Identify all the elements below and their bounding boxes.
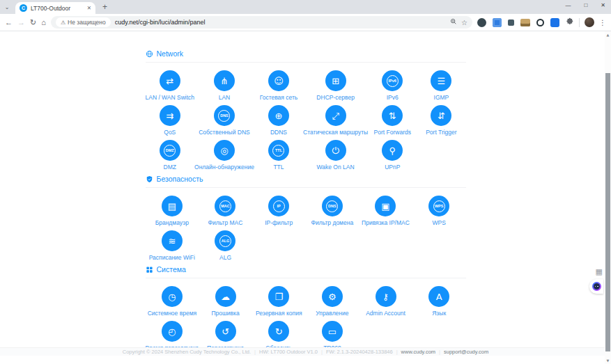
extension-icon-2[interactable] bbox=[493, 18, 502, 27]
scroll-down-button[interactable]: ▼ bbox=[605, 358, 611, 363]
panel-item-alg[interactable]: ALGALG bbox=[199, 230, 252, 261]
upnp-icon: ⚲ bbox=[382, 140, 403, 161]
icon-badge-text: TTL bbox=[272, 145, 284, 157]
panel-item-guest-network[interactable]: ☺Гостевая сеть bbox=[254, 70, 303, 101]
maximize-button[interactable]: □ bbox=[584, 2, 587, 8]
panel-item-ipv6[interactable]: IPv6IPv6 bbox=[368, 70, 417, 101]
tab-close-icon[interactable]: ✕ bbox=[84, 5, 91, 11]
panel-item-label: Язык bbox=[412, 310, 466, 317]
panel-item-label: Admin Account bbox=[359, 310, 412, 317]
url-bar[interactable]: ⚠ Не защищено cudy.net/cgi-bin/luci/admi… bbox=[51, 16, 472, 29]
admin-account-icon: ⚷ bbox=[376, 286, 396, 307]
profile-avatar[interactable] bbox=[585, 17, 594, 27]
lan-icon: ⋔ bbox=[214, 70, 235, 91]
panel-item-ttl[interactable]: TTLTTL bbox=[254, 140, 303, 171]
panel-item-label: IP-фильтр bbox=[252, 219, 306, 226]
browser-tab[interactable]: C LT700-Outdoor ✕ bbox=[15, 2, 95, 14]
extension-icon-5[interactable] bbox=[536, 19, 544, 26]
alg-icon: ALG bbox=[215, 230, 235, 251]
footer-text: HW: LT700 Outdoor V1.0 bbox=[259, 349, 318, 355]
panel-item-igmp[interactable]: ☰IGMP bbox=[417, 70, 465, 101]
online-detection-icon: ◎ bbox=[214, 140, 235, 161]
minimize-button[interactable]: — bbox=[565, 2, 571, 8]
icon-badge-text: IP bbox=[273, 200, 285, 212]
guest-network-icon: ☺ bbox=[268, 70, 289, 91]
scrollbar[interactable]: ▲ ▼ bbox=[605, 31, 611, 364]
bookmark-star-icon[interactable]: ☆ bbox=[461, 19, 467, 26]
section-title: Безопасность bbox=[157, 175, 203, 183]
security-chip[interactable]: ⚠ Не защищено bbox=[56, 17, 111, 27]
system-time-icon: ◷ bbox=[162, 286, 183, 307]
firewall-icon: ▤ bbox=[162, 196, 183, 216]
panel-item-wps[interactable]: WPSWPS bbox=[412, 196, 466, 226]
management-icon: ⚙ bbox=[322, 286, 343, 307]
home-button[interactable]: ⌂ bbox=[41, 19, 46, 26]
panel-item-port-forwards[interactable]: ⇅Port Forwards bbox=[368, 105, 417, 136]
security-chip-label: Не защищено bbox=[68, 19, 106, 26]
panel-item-domain-filter[interactable]: DNSФильтр домена bbox=[305, 196, 359, 226]
panel-item-online-detection[interactable]: ◎Онлайн-обнаружение bbox=[194, 140, 254, 171]
scroll-up-button[interactable]: ▲ bbox=[605, 33, 611, 37]
extension-icon-3[interactable] bbox=[508, 19, 514, 26]
panel-item-static-routes[interactable]: ⤢Статическая маршруты bbox=[303, 105, 368, 136]
panel-item-mac-filter[interactable]: MACФильтр MAC bbox=[199, 196, 252, 226]
extension-icon-6[interactable] bbox=[550, 18, 559, 27]
section-title: Network bbox=[157, 49, 184, 58]
extension-icon-1[interactable] bbox=[477, 18, 486, 27]
panel-sections: Network⇄LAN / WAN Switch⋔LAN☺Гостевая се… bbox=[146, 31, 466, 351]
panel-item-label: Брандмауэр bbox=[146, 219, 199, 226]
icon-glyph: ⊞ bbox=[332, 77, 339, 86]
panel-item-label: Гостевая сеть bbox=[254, 94, 303, 101]
ip-filter-icon: IP bbox=[268, 196, 289, 216]
panel-item-management[interactable]: ⚙Управление bbox=[306, 286, 359, 317]
panel-item-port-trigger[interactable]: ⇵Port Trigger bbox=[417, 105, 465, 136]
scrollbar-thumb[interactable] bbox=[605, 73, 610, 351]
new-tab-button[interactable]: + bbox=[102, 2, 107, 12]
panel-item-ddns[interactable]: ⊕DDNS bbox=[254, 105, 303, 136]
warning-icon: ⚠ bbox=[61, 19, 65, 26]
dhcp-server-icon: ⊞ bbox=[325, 70, 346, 91]
footer-link[interactable]: www.cudy.com bbox=[401, 349, 435, 355]
reset-icon: ↻ bbox=[268, 321, 289, 342]
panel-item-ip-filter[interactable]: IPIP-фильтр bbox=[252, 196, 306, 226]
panel-item-custom-dns[interactable]: DNSСобственный DNS bbox=[194, 105, 254, 136]
footer-link[interactable]: support@cudy.com bbox=[444, 349, 488, 355]
icon-glyph: ▣ bbox=[381, 202, 389, 211]
panel-item-wifi-schedule[interactable]: ≋Расписание WiFi bbox=[146, 230, 199, 261]
back-button[interactable]: ← bbox=[5, 19, 13, 26]
forward-button[interactable]: → bbox=[17, 19, 25, 26]
panel-item-backup[interactable]: ❐Резервная копия bbox=[252, 286, 306, 317]
reload-button[interactable]: ↻ bbox=[30, 19, 36, 26]
panel-item-dmz[interactable]: DMZDMZ bbox=[146, 140, 195, 171]
panel-item-wake-on-lan[interactable]: ⏻Wake On LAN bbox=[303, 140, 368, 171]
panel-item-lan[interactable]: ⋔LAN bbox=[194, 70, 254, 101]
close-button[interactable]: ✕ bbox=[601, 2, 605, 8]
static-routes-icon: ⤢ bbox=[325, 105, 346, 126]
icon-badge-text: DNS bbox=[326, 200, 338, 212]
panel-item-dhcp-server[interactable]: ⊞DHCP-сервер bbox=[303, 70, 368, 101]
menu-kebab-icon[interactable]: ⋮ bbox=[599, 19, 606, 26]
qr-widget-icon[interactable]: ▦ bbox=[596, 268, 603, 276]
icon-glyph: A bbox=[436, 292, 442, 301]
panel-item-admin-account[interactable]: ⚷Admin Account bbox=[359, 286, 412, 317]
tab-title: LT700-Outdoor bbox=[31, 5, 84, 12]
panel-item-qos[interactable]: ⇉QoS bbox=[146, 105, 195, 136]
panel-item-firewall[interactable]: ▤Брандмауэр bbox=[146, 196, 199, 226]
panel-item-language[interactable]: AЯзык bbox=[412, 286, 466, 317]
panel-item-ip-mac-binding[interactable]: ▣Привязка IP/MAC bbox=[359, 196, 412, 226]
panel-item-system-time[interactable]: ◷Системное время bbox=[146, 286, 199, 317]
panel-item-label: ALG bbox=[199, 254, 252, 261]
panel-item-firmware[interactable]: ☁Прошивка bbox=[199, 286, 252, 317]
extension-icon-4[interactable] bbox=[520, 19, 530, 26]
zoom-indicator-icon[interactable] bbox=[450, 18, 457, 26]
extensions-puzzle-icon[interactable] bbox=[566, 16, 574, 29]
icon-glyph: ⏻ bbox=[332, 146, 339, 155]
wake-on-lan-icon: ⏻ bbox=[325, 140, 346, 161]
mac-filter-icon: MAC bbox=[215, 196, 235, 216]
footer-text: FW: 2.1.3-20240428-133846 bbox=[326, 349, 393, 355]
panel-item-label: Системное время bbox=[146, 310, 199, 317]
panel-item-lan-wan-switch[interactable]: ⇄LAN / WAN Switch bbox=[146, 70, 195, 101]
panel-item-upnp[interactable]: ⚲UPnP bbox=[368, 140, 417, 171]
tab-search-button[interactable]: ⌄ bbox=[0, 4, 14, 10]
assistant-widget-button[interactable] bbox=[589, 279, 603, 294]
